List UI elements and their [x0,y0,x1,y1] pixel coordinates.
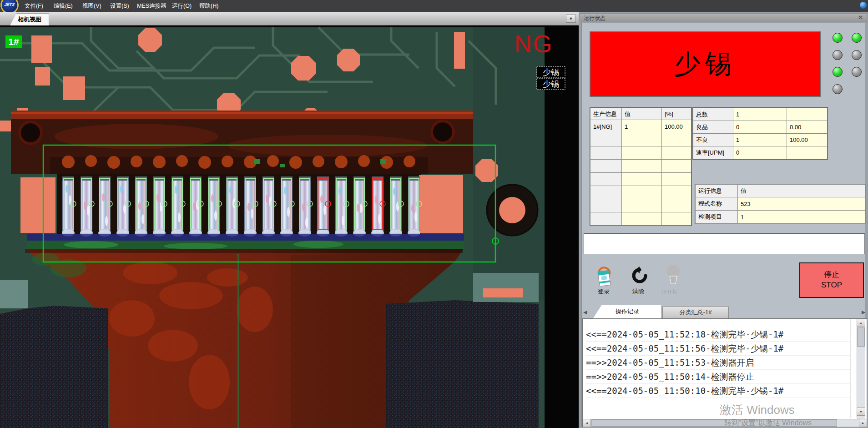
runinfo-table: 运行信息值程式名称523检测项目1 [695,184,866,224]
log-entry-0: <<==2024-05-05_11:52:18-检测完毕-少锡-1# [586,327,850,342]
login-button[interactable]: 登录 [598,287,610,296]
indicator-light-0-1 [852,33,862,43]
end-pad-right [419,175,463,233]
tab-category-summary[interactable]: 分类汇总-1# [662,306,729,319]
tab-operation-log[interactable]: 操作记录 [593,305,662,319]
clear-icon[interactable] [631,267,649,285]
led-button[interactable]: LED 灯 [661,288,677,295]
log-entry-1: <<==2024-05-05_11:51:56-检测完毕-少锡-1# [586,342,850,356]
chevron-down-icon: ▼ [569,16,573,21]
scroll-right-icon[interactable]: ► [859,419,867,427]
tab-scroll-right-icon[interactable]: ▶ [862,309,865,315]
login-icon[interactable] [596,265,616,287]
summary-table: 总数1良品00.00不良1100.00速率[UPM]0 [693,108,828,159]
indicator-light-2-0 [833,67,843,77]
stop-label-cn: 停止 [824,270,839,280]
tab-scroll-left-icon[interactable]: ◀ [583,309,587,315]
alarm-box: 少锡 [590,31,821,97]
indicator-light-2-1 [852,67,862,77]
indicator-light-0-0 [833,33,843,43]
connector-body [11,111,473,174]
pcb-edge-right [473,273,539,302]
camera-tab-bar: 相机视图 ▼ [0,12,579,25]
log-entry-4: <<==2024-05-05_11:50:10-检测完毕-少锡-1# [586,384,850,398]
stop-button[interactable]: 停止 STOP [799,262,864,298]
windows-watermark-line1: 激活 Windows [720,402,795,418]
close-icon[interactable]: ✕ [858,14,863,21]
menu-item-4[interactable]: MES连接器 [134,0,169,12]
pin-strip [57,174,421,234]
menu-item-1[interactable]: 编辑(E) [51,0,76,12]
v-scroll-thumb[interactable] [857,327,865,347]
pcb-edge-pad [483,288,523,297]
connector-hole-left [20,122,41,144]
led-lamp-icon[interactable] [665,264,681,286]
defect-tag-0: 少锡 [543,68,559,77]
menu-item-5[interactable]: 运行(O) [169,0,194,12]
log-entry-3: ==>>2024-05-05_11:50:14-检测器停止 [586,370,850,384]
tab-camera-view[interactable]: 相机视图 [10,13,49,25]
log-entry-2: ==>>2024-05-05_11:51:53-检测器开启 [586,356,850,370]
cable-center-line [237,254,239,428]
menu-item-6[interactable]: 帮助(H) [197,0,221,12]
menu-bar: JETS 文件(F)编辑(E)视图(V)设置(S)MES连接器运行(O)帮助(H… [0,0,868,12]
menu-item-2[interactable]: 视图(V) [80,0,104,12]
defect-tag-1: 少锡 [543,80,559,89]
app-logo-text: JETS [1,2,18,7]
end-pad-left [20,177,56,233]
connector-hole-right [432,121,454,143]
indicator-light-3-0 [833,84,843,94]
stop-label-en: STOP [821,280,842,291]
titlebar-blue-icon[interactable] [860,2,867,9]
menu-item-0[interactable]: 文件(F) [22,0,46,12]
camera-dropdown-button[interactable]: ▼ [566,15,576,23]
svg-text:1#: 1# [8,36,19,47]
message-box[interactable] [584,233,865,254]
pcb-edge-left [0,280,28,308]
production-table: 生产信息值[%]1#[NG]1100.00 [590,108,691,226]
camera-view: 1# NG 少锡少锡 [0,25,579,428]
foam-left [0,306,108,428]
log-grid-line [850,319,851,418]
fiducial-pad [487,185,538,236]
alarm-text: 少锡 [674,46,736,82]
panel-title: 运行状态 [584,15,606,22]
indicator-light-1-0 [833,50,843,60]
scroll-up-icon[interactable]: ▲ [857,319,865,327]
operation-log-list: <<==2024-05-05_11:52:18-检测完毕-少锡-1#<<==20… [586,327,850,398]
foam-right [386,300,539,428]
windows-watermark-line2: 转到“设置”以激活 Windows [724,418,812,428]
solder-mask-band [27,234,464,241]
indicator-light-1-1 [852,50,862,60]
panel-title-bar: 运行状态 ✕ [580,13,867,22]
scroll-left-icon[interactable]: ◄ [583,419,591,427]
clear-button[interactable]: 清除 [632,287,644,296]
menu-item-3[interactable]: 设置(S) [107,0,132,12]
station-label: 1# [5,35,22,48]
scroll-down-icon[interactable]: ▼ [857,408,865,416]
result-ng-label: NG [515,30,553,57]
